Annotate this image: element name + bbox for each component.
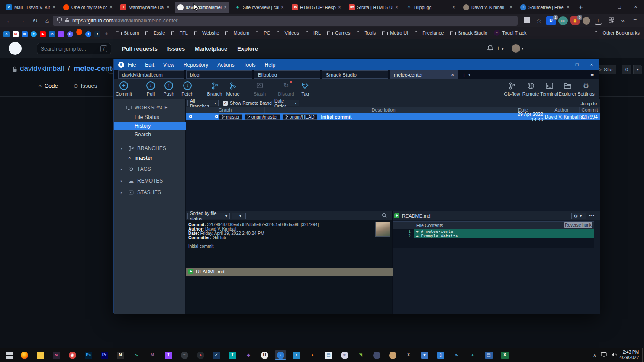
taskbar-icon-sourcetree[interactable]: ◦ [275, 350, 286, 360]
taskbar-icon-obs[interactable]: ● [195, 350, 206, 360]
browser-tab-sourcetree[interactable]: ◦ Sourcetree | Free Git × [518, 2, 572, 13]
repo-tab[interactable]: Smack Studio [322, 70, 388, 79]
col-author[interactable]: Author [544, 107, 580, 113]
show-desktop-button[interactable] [642, 348, 644, 362]
menu-item[interactable]: Repository [184, 62, 208, 68]
bookmark-icon-discord[interactable]: D [67, 31, 73, 37]
taskbar-icon-excel[interactable]: X [499, 350, 510, 360]
star-caret[interactable]: ▾ [633, 65, 642, 74]
sidebar-item-search[interactable]: Search [114, 130, 186, 139]
bookmark-folder[interactable]: Videos [277, 30, 299, 35]
bookmark-icon-calendar[interactable]: ▦ [22, 31, 28, 37]
bookmark-icon-chalice[interactable]: ♕ [103, 31, 109, 37]
view-mode-select[interactable]: ≡ ▾ [232, 213, 246, 219]
tab-close-icon[interactable]: × [167, 4, 170, 10]
tab-close-icon[interactable]: × [451, 72, 454, 77]
bookmark-icon-twitter[interactable]: t [31, 31, 37, 37]
col-graph[interactable]: Graph [186, 107, 265, 113]
bookmark-folder[interactable]: Games [327, 30, 350, 35]
more-options-icon[interactable]: ••• [589, 214, 595, 218]
bookmark-folder[interactable]: Freelance [415, 30, 444, 35]
menu-item[interactable]: File [128, 62, 136, 68]
tab-code[interactable]: ‹› Code [36, 82, 60, 93]
browser-maximize-button[interactable]: □ [611, 0, 628, 14]
diff-line[interactable]: 1 + # melee-center [393, 229, 594, 234]
browser-tab-reddit[interactable]: One of my rare colle × [61, 2, 115, 13]
remotes-section[interactable]: ▸ ☁ REMOTES [114, 176, 186, 185]
tags-section[interactable]: ▸ TAGS [114, 165, 186, 173]
taskbar-icon-sphere[interactable] [371, 350, 382, 360]
st-minimize-button[interactable]: – [555, 59, 570, 70]
tab-close-icon[interactable]: × [281, 4, 284, 10]
other-bookmarks[interactable]: Other Bookmarks [595, 30, 640, 35]
screenshot-grid-icon[interactable] [522, 16, 531, 26]
sidebar-item-history[interactable]: History [114, 122, 186, 130]
branch-filter-select[interactable]: All Branches ▾ [187, 100, 219, 106]
tab-close-icon[interactable]: × [452, 4, 455, 10]
taskbar-icon-feather-green[interactable]: ◥ [355, 350, 366, 360]
forward-icon[interactable]: → [17, 16, 27, 26]
bookmark-folder[interactable]: Essie [145, 30, 165, 35]
start-button[interactable] [0, 348, 19, 362]
star-count[interactable]: 0 [622, 65, 631, 74]
branches-section[interactable]: ▾ BRANCHES [114, 144, 186, 153]
menu-item[interactable]: Actions [217, 62, 234, 68]
taskbar-icon-firefox[interactable] [19, 350, 29, 360]
taskbar-icon-check-app[interactable]: ✓ [211, 350, 222, 360]
profile-extension-icon[interactable] [583, 17, 590, 25]
tab-close-icon[interactable]: × [509, 4, 512, 10]
extensions-puzzle-icon[interactable] [606, 16, 616, 26]
tab-close-icon[interactable]: × [395, 4, 398, 10]
menu-item[interactable]: View [163, 62, 174, 68]
tab-list-caret[interactable]: ▾ [468, 73, 470, 77]
commit-button[interactable]: + Commit [112, 80, 136, 96]
stash-button[interactable]: Stash [248, 80, 272, 96]
tracking-shield-icon[interactable] [57, 17, 62, 24]
tab-close-icon[interactable]: × [338, 4, 341, 10]
github-logo[interactable] [9, 42, 22, 55]
menu-item[interactable]: Help [265, 62, 276, 68]
bookmark-folder[interactable]: FFL [171, 30, 188, 35]
st-close-button[interactable]: × [584, 59, 599, 70]
tray-expand-icon[interactable]: ∧ [593, 353, 596, 358]
bookmark-icon-youtube[interactable]: ▶ [40, 31, 46, 37]
repo-tab[interactable]: Blippi.gg [254, 70, 320, 79]
bookmark-folder[interactable]: Metro UI [382, 30, 408, 35]
taskbar-icon-visual-studio[interactable]: ◆ [243, 350, 254, 360]
taskbar-icon-design-pink[interactable]: ∞ [51, 350, 61, 360]
back-icon[interactable]: ← [4, 16, 14, 26]
clock[interactable]: 2:43 PM 4/29/2022 [620, 350, 639, 360]
bookmark-icon-outlook[interactable]: o [3, 31, 10, 37]
taskbar-icon-swirl[interactable]: ≈ [339, 350, 350, 360]
sort-select[interactable]: Sorted by file status ▾ [187, 213, 230, 219]
github-nav-link[interactable]: Explore [237, 45, 258, 52]
order-select[interactable]: Date Order ▾ [272, 100, 299, 106]
browser-close-button[interactable]: × [628, 0, 644, 14]
adblock-extension-icon[interactable]: ✋ 5 [570, 16, 580, 25]
github-nav-link[interactable]: Pull requests [122, 45, 158, 52]
bookmark-folder[interactable]: Smack Studio [450, 30, 487, 35]
fetch-button[interactable]: ↓ Fetch [175, 80, 200, 96]
chevron-right-icon[interactable]: ▸ [118, 179, 125, 183]
browser-tab-mail[interactable]: o Mail - David V. Kimba × [3, 2, 58, 13]
taskbar-icon-premiere[interactable]: Pr [99, 350, 109, 360]
taskbar-icon-record[interactable]: ◉ [67, 350, 77, 360]
tab-close-icon[interactable]: × [52, 4, 55, 10]
bell-icon[interactable] [487, 45, 493, 54]
tag-button[interactable]: Tag [293, 80, 317, 96]
add-repo-tab-button[interactable]: + [462, 71, 466, 78]
github-search-input[interactable]: Search or jump to... / [37, 43, 111, 54]
bookmark-folder[interactable]: Modem [225, 30, 249, 35]
taskbar-icon-toggl[interactable]: T [227, 350, 238, 360]
bookmark-folder[interactable]: IRL [306, 30, 321, 35]
tabrow-hamburger-icon[interactable]: ≡ [590, 71, 594, 78]
github-nav-link[interactable]: Issues [167, 45, 185, 52]
bookmark-folder[interactable]: PC [256, 30, 270, 35]
merge-button[interactable]: Merge [221, 80, 245, 96]
reverse-hunk-button[interactable]: Reverse hunk [564, 222, 592, 228]
search-icon[interactable] [382, 212, 387, 220]
taskbar-icon-hourglass[interactable]: X [403, 350, 414, 360]
bookmark-folder[interactable]: Website [194, 30, 219, 35]
taskbar-icon-goxlr[interactable]: ≡ [179, 350, 190, 360]
repo-owner-link[interactable]: davidvkimball [20, 64, 64, 73]
